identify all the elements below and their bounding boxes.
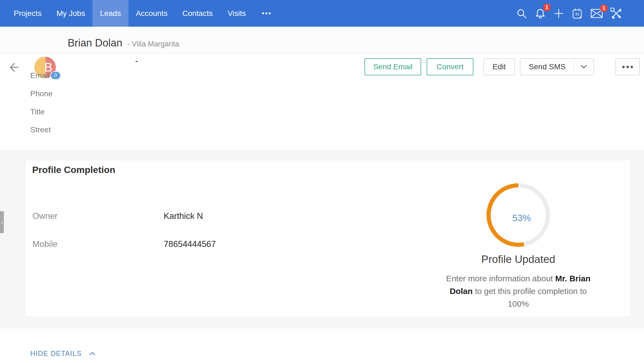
search-button[interactable] <box>516 8 527 19</box>
top-nav-bar: Projects My Jobs Leads Accounts Contacts… <box>0 0 644 27</box>
send-sms-dropdown-button[interactable] <box>574 59 593 75</box>
mobile-value[interactable]: 78654444567 <box>164 239 216 249</box>
notifications-button[interactable]: 1 <box>535 8 546 19</box>
profile-completion-card: Profile Completion Owner Karthick N Mobi… <box>26 161 630 317</box>
record-company: Villa Margarita <box>132 40 179 48</box>
card-title: Profile Completion <box>32 164 115 175</box>
mail-badge: 1 <box>600 5 607 12</box>
truncated-field-value: - <box>135 57 138 65</box>
hide-details-toggle[interactable]: HIDE DETAILS <box>30 350 96 358</box>
nav-item-visits[interactable]: Visits <box>220 0 253 27</box>
message-part2: to get this profile completion to 100% <box>473 287 587 308</box>
field-label-street: Street <box>30 125 51 134</box>
settings-tools-button[interactable] <box>610 8 622 19</box>
field-label-title: Title <box>30 108 45 116</box>
record-title-row: Brian Dolan - Villa Margarita <box>68 27 179 53</box>
tools-icon <box>610 8 622 19</box>
hide-details-label: HIDE DETAILS <box>30 350 82 358</box>
more-actions-button[interactable] <box>615 58 640 75</box>
nav-more-tabs-button[interactable] <box>259 0 273 27</box>
calendar-icon: 31 <box>571 8 583 19</box>
nav-item-accounts[interactable]: Accounts <box>128 0 175 27</box>
field-label-phone: Phone <box>30 89 53 98</box>
convert-button[interactable]: Convert <box>427 58 473 75</box>
search-icon <box>516 8 527 19</box>
completion-message: Enter more information about Mr. Brian D… <box>441 272 595 310</box>
owner-label: Owner <box>32 211 57 221</box>
nav-item-my-jobs[interactable]: My Jobs <box>49 0 92 27</box>
quick-create-button[interactable] <box>553 8 564 19</box>
avatar-count-badge: 0 <box>50 71 61 80</box>
nav-items: Projects My Jobs Leads Accounts Contacts… <box>6 0 273 27</box>
collapse-panel-handle[interactable]: ‹ <box>0 211 4 233</box>
edit-button[interactable]: Edit <box>483 58 515 75</box>
nav-item-contacts[interactable]: Contacts <box>175 0 220 27</box>
field-label-email: Email <box>30 71 50 80</box>
more-horizontal-icon <box>262 12 264 14</box>
mobile-label: Mobile <box>32 239 57 249</box>
header-action-buttons: Send Email Convert Edit Send SMS <box>365 58 640 75</box>
mail-button[interactable]: 1 <box>590 9 603 18</box>
title-separator: - <box>127 40 130 48</box>
profile-completion-section: ‹ Profile Completion Owner Karthick N Mo… <box>0 150 644 328</box>
record-header: B 0 Brian Dolan - Villa Margarita Send E… <box>0 27 644 53</box>
chevron-down-icon <box>580 64 588 70</box>
back-arrow-icon[interactable] <box>8 61 20 73</box>
nav-item-leads[interactable]: Leads <box>92 0 128 27</box>
plus-icon <box>553 8 564 19</box>
completion-status-title: Profile Updated <box>441 253 595 265</box>
nav-icon-group: 1 31 1 <box>516 0 622 27</box>
owner-value[interactable]: Karthick N <box>164 211 203 221</box>
notification-badge: 1 <box>543 4 550 11</box>
svg-text:31: 31 <box>575 12 579 16</box>
message-part1: Enter more information about <box>446 274 555 283</box>
details-footer-section: HIDE DETAILS <box>0 328 644 363</box>
page-title: Brian Dolan <box>68 37 122 49</box>
crm-lead-page: Projects My Jobs Leads Accounts Contacts… <box>0 0 644 363</box>
send-email-button[interactable]: Send Email <box>365 58 421 75</box>
calendar-button[interactable]: 31 <box>571 8 583 19</box>
chevron-up-icon <box>89 351 96 356</box>
send-sms-split-button: Send SMS <box>520 58 594 75</box>
completion-percent: 53% <box>489 185 555 251</box>
send-sms-button[interactable]: Send SMS <box>520 59 574 75</box>
nav-item-projects[interactable]: Projects <box>6 0 49 27</box>
chevron-left-icon: ‹ <box>1 219 3 226</box>
more-horizontal-icon <box>622 66 625 68</box>
